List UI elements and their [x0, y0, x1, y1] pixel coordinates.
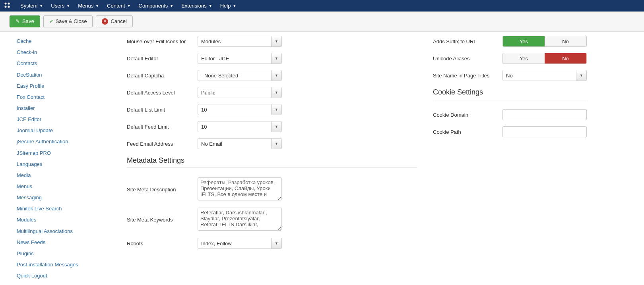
cancel-label: Cancel: [111, 18, 126, 25]
field-select[interactable]: Editor - JCE▼: [198, 53, 282, 64]
sidebar-item[interactable]: Redirects: [10, 281, 123, 285]
section-divider: [433, 99, 588, 99]
svg-point-3: [8, 6, 10, 8]
field-value: Modules: [198, 36, 271, 46]
sidebar-item[interactable]: JSitemap PRO: [10, 148, 123, 159]
cookie-path-input[interactable]: [502, 126, 587, 137]
robots-select[interactable]: Index, Follow ▼: [198, 238, 282, 249]
cancel-icon: ✕: [102, 18, 108, 25]
cancel-button[interactable]: ✕ Cancel: [96, 15, 132, 27]
field-label: Feed Email Address: [127, 141, 198, 147]
caret-down-icon: ▼: [209, 4, 212, 8]
joomla-logo-icon[interactable]: [4, 2, 10, 10]
field-label: Default Feed Limit: [127, 124, 198, 130]
sidebar-item[interactable]: Minitek Live Search: [10, 203, 123, 214]
field-value: 10: [198, 121, 271, 132]
robots-label: Robots: [127, 241, 198, 246]
adds-suffix-label: Adds Suffix to URL: [433, 39, 502, 44]
field-select[interactable]: Public▼: [198, 87, 282, 98]
robots-value: Index, Follow: [198, 238, 271, 248]
menu-extensions[interactable]: Extensions▼: [177, 3, 216, 9]
metadata-settings-heading: Metadata Settings: [127, 156, 417, 165]
sidebar-item[interactable]: DocStation: [10, 69, 123, 81]
save-close-button[interactable]: ✔ Save & Close: [43, 15, 93, 27]
menu-system[interactable]: System▼: [16, 3, 47, 9]
cookie-path-label: Cookie Path: [433, 129, 502, 135]
field-select[interactable]: No Email▼: [198, 138, 282, 149]
sitename-titles-value: No: [503, 70, 576, 81]
sidebar-item[interactable]: Cache: [10, 36, 123, 47]
caret-down-icon: ▼: [271, 121, 281, 132]
sidebar-item[interactable]: Easy Profile: [10, 81, 123, 92]
cookie-settings-heading: Cookie Settings: [433, 88, 588, 96]
svg-point-1: [8, 2, 10, 4]
field-select[interactable]: 10▼: [198, 104, 282, 115]
adds-suffix-toggle[interactable]: Yes No: [502, 36, 587, 47]
toggle-no[interactable]: No: [545, 36, 586, 46]
field-label: Default List Limit: [127, 107, 198, 113]
field-label: Default Editor: [127, 56, 198, 62]
sidebar-item[interactable]: Messaging: [10, 192, 123, 203]
caret-down-icon: ▼: [271, 70, 281, 81]
caret-down-icon: ▼: [271, 104, 281, 115]
menu-help[interactable]: Help▼: [216, 3, 241, 9]
caret-down-icon: ▼: [66, 4, 70, 8]
menu-content[interactable]: Content▼: [103, 3, 134, 9]
field-select[interactable]: Modules▼: [198, 36, 282, 47]
field-label: Default Captcha: [127, 73, 198, 79]
toggle-yes[interactable]: Yes: [503, 53, 545, 64]
field-value: Editor - JCE: [198, 53, 271, 64]
top-menu-bar: System▼ Users▼ Menus▼ Content▼ Component…: [0, 0, 644, 12]
sidebar-item[interactable]: Contacts: [10, 58, 123, 69]
field-value: No Email: [198, 139, 271, 149]
sidebar-item[interactable]: Multilingual Associations: [10, 226, 123, 237]
toolbar: ✎ Save ✔ Save & Close ✕ Cancel: [0, 12, 644, 32]
sidebar-item[interactable]: Menus: [10, 181, 123, 192]
sidebar-item[interactable]: Post-installation Messages: [10, 259, 123, 270]
sidebar-item[interactable]: Check-in: [10, 47, 123, 58]
sidebar-item[interactable]: Joomla! Update: [10, 125, 123, 136]
caret-down-icon: ▼: [95, 4, 99, 8]
caret-down-icon: ▼: [271, 53, 281, 64]
menu-users[interactable]: Users▼: [47, 3, 74, 9]
unicode-aliases-toggle[interactable]: Yes No: [502, 53, 587, 64]
sidebar-item[interactable]: Plugins: [10, 248, 123, 259]
toggle-yes[interactable]: Yes: [503, 36, 545, 46]
caret-down-icon: ▼: [127, 4, 131, 8]
sidebar-item[interactable]: Installer: [10, 103, 123, 114]
sidebar-item[interactable]: Fox Contact: [10, 92, 123, 103]
save-button[interactable]: ✎ Save: [10, 15, 40, 27]
unicode-aliases-label: Unicode Aliases: [433, 56, 502, 62]
caret-down-icon: ▼: [271, 36, 281, 46]
cookie-domain-input[interactable]: [502, 109, 587, 120]
svg-point-0: [5, 2, 7, 4]
field-label: Mouse-over Edit Icons for: [127, 39, 198, 44]
sidebar-item[interactable]: News Feeds: [10, 237, 123, 248]
svg-point-2: [5, 6, 7, 8]
sidebar-item[interactable]: Media: [10, 170, 123, 181]
caret-down-icon: ▼: [39, 4, 43, 8]
sitename-titles-select[interactable]: No ▼: [502, 70, 587, 81]
field-select[interactable]: 10▼: [198, 121, 282, 132]
caret-down-icon: ▼: [576, 70, 586, 81]
sidebar-item[interactable]: Languages: [10, 159, 123, 170]
field-select[interactable]: - None Selected -▼: [198, 70, 282, 81]
menu-components[interactable]: Components▼: [135, 3, 178, 9]
cookie-domain-label: Cookie Domain: [433, 112, 502, 118]
site-meta-description-label: Site Meta Description: [127, 187, 198, 193]
toggle-no[interactable]: No: [545, 53, 586, 64]
sidebar-item[interactable]: jSecure Authentication: [10, 136, 123, 147]
field-label: Default Access Level: [127, 90, 198, 96]
site-meta-keywords-label: Site Meta Keywords: [127, 217, 198, 223]
menu-menus[interactable]: Menus▼: [74, 3, 103, 9]
caret-down-icon: ▼: [170, 4, 173, 8]
sidebar-item[interactable]: Quick Logout: [10, 270, 123, 281]
section-divider: [127, 167, 417, 168]
site-meta-description-textarea[interactable]: Рефераты, Разработка уроков, Презентации…: [198, 177, 282, 200]
site-meta-keywords-textarea[interactable]: Referatlar, Dars ishlanmalari, Slaydlar,…: [198, 208, 282, 231]
sidebar-item[interactable]: Modules: [10, 214, 123, 225]
component-sidebar: CacheCheck-inContactsDocStationEasy Prof…: [10, 36, 127, 285]
sidebar-item[interactable]: JCE Editor: [10, 114, 123, 125]
field-value: 10: [198, 104, 271, 115]
save-label: Save: [22, 18, 34, 25]
